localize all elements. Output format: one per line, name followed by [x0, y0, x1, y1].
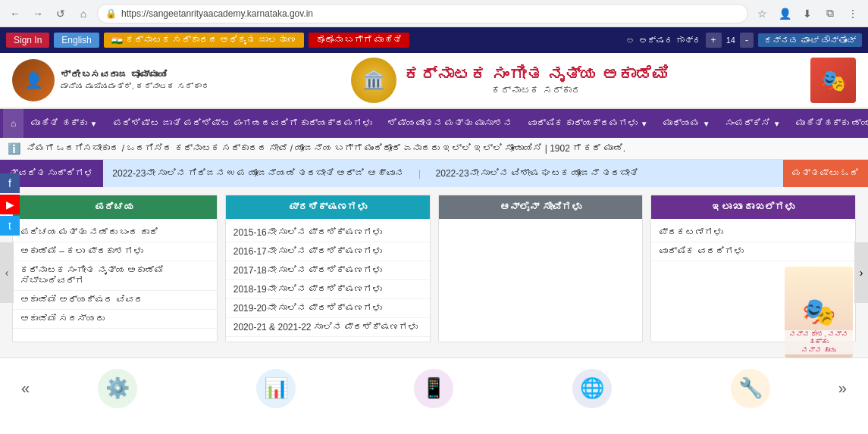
header-logo: 🏛️ ಕರ್ನಾಟಕ ಸಂಗೀತ ನೃತ್ಯ ಅಕಾಡೆಮಿ ಕರ್ನಾಟಕ ಸ… — [219, 58, 801, 103]
bottom-prev-button[interactable]: « — [12, 379, 39, 397]
nav-item-dashboard[interactable]: ಮಾಹಿತಿಹಕ್ಕು ಡ್ಯಾಶ್‌ಬೋರ್ಡ್ ▼ — [788, 109, 868, 138]
cm-name: ಶ್ರೀ ಬಸವರಾಜ ಬೊಮ್ಮಾಯಿ — [61, 69, 210, 82]
card-body-parichaya: ಪರಿಚಯ ಮತ್ತು ನಡೆದು ಬಂದ ದಾರಿ ಅಕಾಡೆಮಿ – ಕಲಾ… — [13, 219, 217, 333]
corona-button[interactable]: ಕೊರೊನಾ ಬಗ್ಗೆ ಮಾಹಿತಿ — [309, 33, 410, 48]
card-online: ಆನ್ಲೈನ್ ಸೇವೆಗಳು — [438, 195, 644, 342]
nav-item-scholarship[interactable]: ಶಿಷ್ಯವೇತನ ಮತ್ತು ಮಾಸಾಶನ — [380, 109, 520, 138]
nav-label: ಮಾಧ್ಯಮ — [663, 118, 700, 129]
chevron-down-icon: ▼ — [90, 120, 98, 128]
list-item[interactable]: ವಾರ್ಷಿಕ ವರದಿಗಳು — [651, 242, 855, 261]
bottom-icon-settings[interactable]: ⚙️ — [39, 369, 197, 408]
card-body-online — [439, 219, 643, 295]
side-social: f ▶ t — [0, 173, 20, 236]
nav-item-mahiti[interactable]: ಮಾಹಿತಿ ಹಕ್ಕು ▼ — [24, 109, 105, 138]
url-text: https://sangeetanrityaacademy.karnataka.… — [121, 8, 313, 19]
youtube-button[interactable]: ▶ — [0, 195, 20, 214]
list-item[interactable]: 2016-17ನೇ ಸಾಲಿನ ಪ್ರಶಿಕ್ಷಣಗಳು — [226, 242, 430, 261]
chevron-down-icon: ▼ — [641, 120, 648, 128]
reload-button[interactable]: ↺ — [52, 5, 70, 23]
top-bar: Sign In English 🇮🇳 ಕರ್ನಾಟಕ ಸರ್ಕಾರದ ಅಧಿಕೃ… — [0, 27, 868, 53]
bottom-icon-analytics[interactable]: 📊 — [197, 369, 356, 408]
signin-button[interactable]: Sign In — [6, 33, 49, 48]
list-item[interactable]: 2015-16ನೇ ಸಾಲಿನ ಪ್ರಶಿಕ್ಷಣಗಳು — [226, 223, 430, 242]
settings-icon: ⚙️ — [98, 369, 137, 408]
twitter-button[interactable]: t — [0, 216, 20, 236]
nav-label: ಸಂಪರ್ಕಿಸಿ — [725, 118, 770, 129]
nav-label: ಮಾಹಿತಿಹಕ್ಕು ಡ್ಯಾಶ್‌ಬೋರ್ಡ್ — [796, 118, 868, 129]
main-content: ‹ ಪರಿಚಯ ಪರಿಚಯ ಮತ್ತು ನಡೆದು ಬಂದ ದಾರಿ ಅಕಾಡೆ… — [0, 187, 868, 358]
youtube-icon: ▶ — [6, 198, 14, 211]
twitter-icon: t — [8, 220, 11, 232]
nav-label: ಮಾಹಿತಿ ಹಕ್ಕು — [31, 118, 86, 129]
chevron-down-icon: ▼ — [773, 120, 781, 128]
facebook-button[interactable]: f — [0, 173, 20, 193]
list-item[interactable]: ಪ್ರಕಟಣೆಗಳು — [651, 223, 855, 242]
card-prashikshana: ಪ್ರಶಿಕ್ಷಣಗಳು 2015-16ನೇ ಸಾಲಿನ ಪ್ರಶಿಕ್ಷಣಗಳ… — [225, 195, 431, 342]
news-banner: ತ್ವರಿತ ಸುದ್ದಿಗಳ 2022-23ನೇ ಸಾಲಿನ ಗಿರಿಜನ ಉ… — [0, 160, 868, 187]
download-icon[interactable]: ⬇ — [798, 5, 816, 23]
info-icon: ℹ️ — [8, 142, 20, 155]
forward-button[interactable]: → — [29, 5, 47, 23]
bookmark-icon[interactable]: ☆ — [753, 5, 771, 23]
list-item[interactable]: 2020-21 & 2021-22 ಸಾಲಿನ ಪ್ರಶಿಕ್ಷಣಗಳು — [226, 318, 430, 337]
content-next-button[interactable]: › — [854, 242, 868, 303]
language-button[interactable]: English — [54, 33, 99, 48]
nav-item-annual[interactable]: ವಾರ್ಷಿಕ ಕಾರ್ಯಕ್ರಮಗಳು ▼ — [520, 109, 656, 138]
lock-icon: 🔒 — [105, 8, 117, 19]
nav-home[interactable]: ⌂ — [3, 109, 24, 138]
bottom-icons-strip: « ⚙️ 📊 📱 🌐 🔧 » — [0, 358, 868, 418]
font-decrease-button[interactable]: - — [740, 33, 754, 48]
nav-item-sc-st[interactable]: ಪರಿಶಿಷ್ಟ ಜಾತಿ ಪರಿಶಿಷ್ಟ ಪಂಗಡದವರಿಗೆ ಕಾರ್ಯಕ… — [105, 109, 380, 138]
nav-bar: ⌂ ಮಾಹಿತಿ ಹಕ್ಕು ▼ ಪರಿಶಿಷ್ಟ ಜಾತಿ ಪರಿಶಿಷ್ಟ … — [0, 109, 868, 138]
content-grid: ಪರಿಚಯ ಪರಿಚಯ ಮತ್ತು ನಡೆದು ಬಂದ ದಾರಿ ಅಕಾಡೆಮಿ… — [12, 195, 856, 342]
font-increase-button[interactable]: + — [706, 33, 722, 48]
nav-item-contact[interactable]: ಸಂಪರ್ಕಿಸಿ ▼ — [718, 109, 788, 138]
menu-icon[interactable]: ⋮ — [844, 5, 862, 23]
bottom-icon-web[interactable]: 🌐 — [513, 369, 672, 408]
home-button[interactable]: ⌂ — [74, 5, 92, 23]
web-icon: 🌐 — [572, 369, 612, 408]
font-label: ಅಕ್ಷರ ಗಾತ್ರ — [639, 36, 701, 45]
org-name: ಕರ್ನಾಟಕ ಸಂಗೀತ ನೃತ್ಯ ಅಕಾಡೆಮಿ — [404, 65, 669, 85]
news-separator: | — [418, 168, 421, 179]
right-decoration: 🎭 ನನ್ನ ದೇಶ, ನನ್ನ ಹಕ್ಕುನನ್ನ ಹಾಡು — [785, 267, 853, 358]
bottom-icon-mobile[interactable]: 📱 — [355, 369, 513, 408]
nav-label: ಶಿಷ್ಯವೇತನ ಮತ್ತು ಮಾಸಾಶನ — [387, 118, 512, 129]
chevron-down-icon: ▼ — [703, 120, 710, 128]
ticker-text: ನಿಮಗೆ ಒದಗಿಸಬೇಕಾದ / ಒದಗಿಸಿದ ಕರ್ನಾಟಕ ಸರ್ಕಾ… — [27, 143, 625, 154]
list-item[interactable]: ಪರಿಚಯ ಮತ್ತು ನಡೆದು ಬಂದ ದಾರಿ — [13, 223, 217, 242]
profile-icon[interactable]: 👤 — [776, 5, 794, 23]
card-header-ilakha: ಇಲಾಖಾ ದಾಖಲೆಗಳು — [651, 195, 855, 219]
accessibility-text: ಅ — [626, 36, 635, 45]
news-item-1[interactable]: 2022-23ನೇ ಸಾಲಿನ ಗಿರಿಜನ ಉಪ ಯೋಜನೆಯಡಿ ತರಬೇತ… — [112, 168, 403, 179]
list-item[interactable]: 2018-19ನೇ ಸಾಲಿನ ಪ್ರಶಿಕ್ಷಣಗಳು — [226, 280, 430, 299]
browser-icons: ☆ 👤 ⬇ ⧉ ⋮ — [753, 5, 862, 23]
news-item-2[interactable]: 2022-23ನೇ ಸಾಲಿನ ವಿಶೇಷ ಘಟಕ ಯೋಜನೆ ತರಬೇತಿ — [436, 168, 639, 179]
list-item[interactable]: ಅಕಾಡೆಮಿ – ಕಲಾ ಪ್ರಕಾಶಗಳು — [13, 242, 217, 261]
list-item[interactable]: 2017-18ನೇ ಸಾಲಿನ ಪ್ರಶಿಕ್ಷಣಗಳು — [226, 261, 430, 280]
list-item[interactable]: ಕರ್ನಾಟಕ ಸಂಗೀತ ನೃತ್ಯ ಅಕಾಡೆಮಿ ಸಿಬ್ಬಂದಿವರ್ಗ — [13, 261, 217, 291]
extensions-icon[interactable]: ⧉ — [821, 5, 839, 23]
list-item[interactable]: ಅಕಾಡೆಮಿ ಅಧ್ಯಕ್ಷರ ವಿವರ — [13, 291, 217, 310]
org-sub: ಕರ್ನಾಟಕ ಸರ್ಕಾರ — [404, 85, 669, 96]
header-decoration: 🎭 — [810, 58, 856, 103]
bottom-next-button[interactable]: » — [829, 379, 856, 397]
browser-bar: ← → ↺ ⌂ 🔒 https://sangeetanrityaacademy.… — [0, 0, 868, 27]
cm-photo: 👤 — [12, 59, 55, 101]
back-button[interactable]: ← — [6, 5, 24, 23]
facebook-icon: f — [8, 177, 11, 189]
list-item[interactable]: 2019-20ನೇ ಸಾಲಿನ ಪ್ರಶಿಕ್ಷಣಗಳು — [226, 299, 430, 318]
list-item[interactable]: ಅಕಾಡೆಮಿ ಸದಸ್ಯರು — [13, 310, 217, 329]
mobile-icon: 📱 — [414, 369, 453, 408]
read-more-button[interactable]: ಮತ್ತಷ್ಟು ಓದಿ — [783, 160, 868, 187]
card-header-parichaya: ಪರಿಚಯ — [13, 195, 217, 219]
top-bar-right: ಅ ಅಕ್ಷರ ಗಾತ್ರ + 14 - ಕನ್ನಡ ಫಾಂಟ್ ಡೌನ್ಲೋಡ… — [626, 33, 862, 48]
address-bar[interactable]: 🔒 https://sangeetanrityaacademy.karnatak… — [97, 4, 748, 23]
nav-item-media[interactable]: ಮಾಧ್ಯಮ ▼ — [656, 109, 718, 138]
cm-section: 👤 ಶ್ರೀ ಬಸವರಾಜ ಬೊಮ್ಮಾಯಿ ಮಾನ್ಯ ಮುಖ್ಯಮಂತ್ರಿ… — [12, 59, 210, 101]
card-parichaya: ಪರಿಚಯ ಪರಿಚಯ ಮತ್ತು ನಡೆದು ಬಂದ ದಾರಿ ಅಕಾಡೆಮಿ… — [12, 195, 218, 342]
font-download-button[interactable]: ಕನ್ನಡ ಫಾಂಟ್ ಡೌನ್ಲೋಡ್ — [758, 33, 862, 47]
official-site-button[interactable]: 🇮🇳 ಕರ್ನಾಟಕ ಸರ್ಕಾರದ ಅಧಿಕೃತ ಜಾಲತಾಣ — [104, 33, 304, 48]
bottom-icon-tools[interactable]: 🔧 — [671, 369, 829, 408]
content-prev-button[interactable]: ‹ — [0, 242, 14, 303]
